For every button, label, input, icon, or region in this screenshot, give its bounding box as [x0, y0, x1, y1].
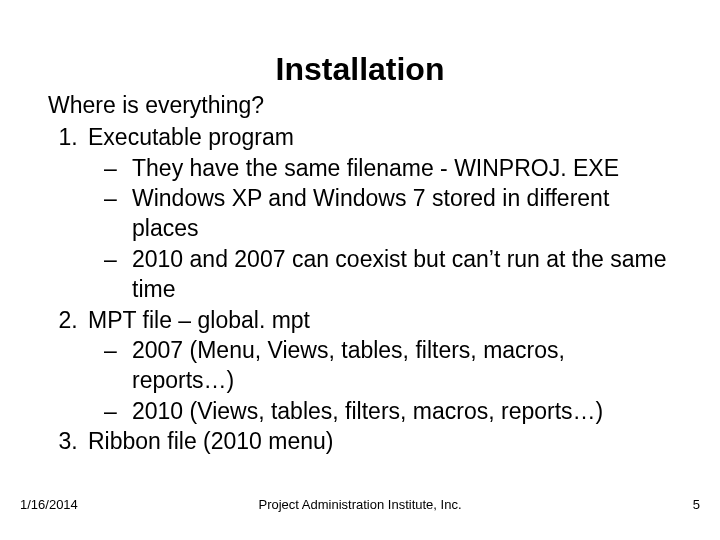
footer-page-number: 5 [693, 497, 700, 512]
list-item-text: Ribbon file (2010 menu) [88, 428, 333, 454]
list-item: MPT file – global. mpt 2007 (Menu, Views… [84, 305, 672, 426]
sub-list-item: They have the same filename - WINPROJ. E… [128, 153, 672, 183]
main-list: Executable program They have the same fi… [48, 122, 672, 456]
list-item-text: MPT file – global. mpt [88, 307, 310, 333]
slide: Installation Where is everything? Execut… [0, 0, 720, 540]
sub-list: They have the same filename - WINPROJ. E… [88, 153, 672, 305]
footer-org: Project Administration Institute, Inc. [0, 497, 720, 512]
sub-list: 2007 (Menu, Views, tables, filters, macr… [88, 335, 672, 426]
list-item-text: Executable program [88, 124, 294, 150]
slide-body: Where is everything? Executable program … [48, 90, 672, 456]
sub-list-item: 2010 and 2007 can coexist but can’t run … [128, 244, 672, 305]
list-item: Ribbon file (2010 menu) [84, 426, 672, 456]
sub-list-item: Windows XP and Windows 7 stored in diffe… [128, 183, 672, 244]
slide-title: Installation [0, 52, 720, 87]
list-item: Executable program They have the same fi… [84, 122, 672, 304]
sub-list-item: 2007 (Menu, Views, tables, filters, macr… [128, 335, 672, 396]
lead-text: Where is everything? [48, 90, 672, 120]
sub-list-item: 2010 (Views, tables, filters, macros, re… [128, 396, 672, 426]
